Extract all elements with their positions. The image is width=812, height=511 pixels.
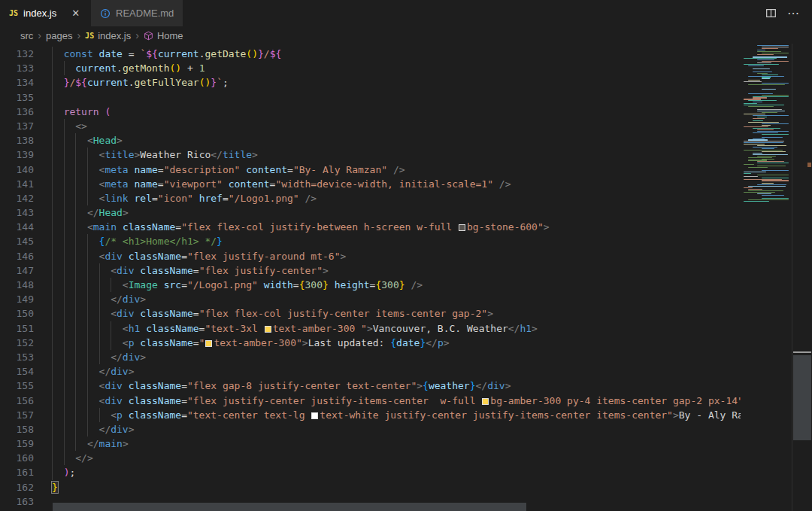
code-token: < — [87, 135, 93, 146]
code-token: </ — [476, 380, 488, 391]
indent-guide — [75, 394, 87, 408]
line-number: 159 — [0, 436, 52, 451]
code-token: href — [199, 193, 223, 204]
code-editor[interactable]: 132const date = `${current.getDate()}/${… — [0, 44, 741, 511]
code-line: 141<meta name="viewport" content="width=… — [0, 177, 741, 191]
tab-index-js[interactable]: JS index.js ✕ — [0, 0, 91, 26]
minimap-line — [757, 163, 789, 163]
code-token: div — [123, 294, 140, 305]
code-line: 156<div className="flex justify-center j… — [0, 394, 741, 408]
indent-guide — [111, 321, 123, 336]
code-token — [123, 251, 129, 262]
code-line-text: </div> — [52, 364, 135, 379]
indent-guide — [99, 336, 111, 350]
tab-readme-md[interactable]: README.md — [91, 0, 183, 26]
indent-guide — [87, 394, 99, 408]
breadcrumb-item-home[interactable]: Home — [144, 30, 183, 41]
code-token: main — [93, 221, 117, 233]
tab-bar-actions: ⋯ — [765, 0, 812, 26]
code-token: < — [87, 221, 93, 233]
indent-guide — [52, 47, 64, 61]
minimap-line — [744, 64, 779, 65]
minimap-line — [744, 103, 757, 104]
javascript-icon: JS — [85, 32, 94, 40]
minimap-line — [744, 187, 753, 188]
minimap-line — [757, 175, 789, 175]
code-line-text: <main className="flex flex-col justify-b… — [52, 220, 550, 234]
code-line: 150<div className="flex flex-col justify… — [0, 306, 741, 321]
code-token: } — [323, 279, 329, 290]
code-token: date — [396, 337, 420, 348]
indent-guide — [99, 321, 111, 336]
minimap-line — [744, 142, 783, 143]
code-token — [129, 164, 135, 175]
indent-guide — [64, 61, 76, 75]
code-token: () — [246, 48, 258, 59]
line-number: 153 — [0, 350, 52, 364]
minimap-line — [753, 71, 772, 72]
indent-guide — [75, 249, 87, 263]
code-token: className — [129, 380, 181, 391]
code-token: . — [129, 77, 135, 88]
minimap-line — [744, 173, 751, 174]
code-line-text: </div> — [52, 350, 146, 364]
indent-guide — [87, 292, 99, 306]
vertical-scrollbar[interactable] — [792, 44, 812, 511]
minimap-line — [757, 184, 786, 185]
code-token: ( — [105, 106, 111, 117]
code-token: { — [423, 380, 429, 391]
indent-guide — [75, 191, 87, 205]
minimap-line — [762, 134, 789, 135]
code-token: } — [211, 77, 217, 88]
indent-guide — [52, 105, 64, 119]
close-icon[interactable]: ✕ — [69, 7, 82, 20]
minimap-line — [753, 128, 780, 129]
minimap-line — [748, 80, 760, 81]
line-number: 135 — [0, 90, 52, 105]
minimap-line — [762, 198, 789, 199]
code-token: Head — [93, 135, 117, 146]
indent-guide — [52, 263, 64, 278]
line-number: 148 — [0, 278, 52, 292]
code-token: className — [123, 221, 175, 233]
code-token: current — [158, 48, 199, 59]
code-token: > — [323, 265, 329, 276]
minimap-line — [762, 123, 789, 124]
more-actions-icon[interactable]: ⋯ — [787, 6, 800, 20]
split-editor-icon[interactable] — [765, 8, 777, 19]
code-token: > — [123, 438, 129, 449]
line-number: 145 — [0, 234, 52, 248]
minimap-line — [748, 199, 789, 200]
line-number: 157 — [0, 408, 52, 422]
tab-label: index.js — [23, 8, 56, 19]
indent-guide — [75, 292, 87, 306]
indent-guide — [52, 75, 64, 90]
minimap-line — [748, 186, 786, 187]
horizontal-scrollbar-thumb[interactable] — [53, 503, 526, 511]
indent-guide — [75, 321, 87, 336]
overview-cursor-marker — [793, 351, 811, 353]
code-token: < — [123, 337, 129, 348]
code-token: = — [158, 178, 164, 190]
code-token: < — [123, 279, 129, 290]
vertical-scrollbar-thumb[interactable] — [793, 355, 811, 440]
code-token: = — [175, 221, 181, 233]
breadcrumb-item-pages[interactable]: pages — [46, 30, 72, 41]
line-number: 138 — [0, 133, 52, 148]
symbol-cube-icon — [144, 31, 153, 41]
tailwind-color-swatch — [482, 398, 489, 405]
minimap-line — [748, 167, 768, 168]
code-token: className — [129, 409, 181, 421]
breadcrumb-item-src[interactable]: src — [20, 30, 33, 41]
code-line: 155<div className="flex gap-8 justify-ce… — [0, 379, 741, 393]
minimap[interactable] — [741, 44, 792, 511]
code-token: "By- Aly Ramzan" — [293, 164, 387, 175]
breadcrumb-item-index-js[interactable]: JS index.js — [85, 30, 131, 41]
code-token: < — [111, 308, 117, 319]
code-token: Vancouver, B.C. Weather — [373, 323, 508, 334]
indent-guide — [52, 394, 64, 408]
code-token: > — [140, 351, 146, 363]
code-token: = — [123, 48, 140, 59]
minimap-line — [762, 47, 789, 47]
indent-guide — [87, 278, 99, 292]
